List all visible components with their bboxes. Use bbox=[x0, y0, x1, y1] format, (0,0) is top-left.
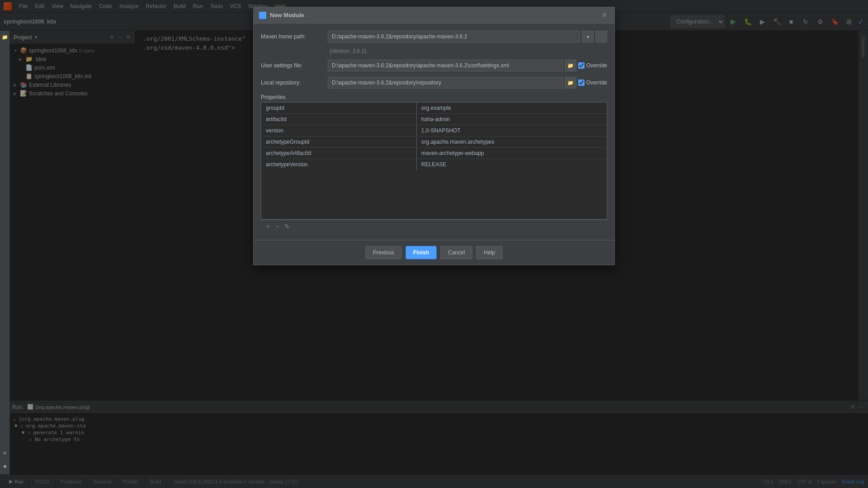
property-val-4: maven-archetype-webapp bbox=[417, 148, 607, 159]
prop-add-button[interactable]: + bbox=[264, 222, 272, 231]
property-val-5: RELEASE bbox=[417, 159, 607, 170]
property-val-0: org.example bbox=[417, 103, 607, 113]
maven-home-label: Maven home path: bbox=[261, 33, 324, 40]
local-repo-override-checkbox[interactable] bbox=[578, 80, 585, 86]
cancel-button[interactable]: Cancel bbox=[440, 246, 472, 259]
properties-table: groupId org.example artifactId haha-admi… bbox=[261, 102, 607, 220]
property-key-2: version bbox=[261, 125, 417, 136]
version-text: (Version: 3.6.2) bbox=[330, 48, 366, 54]
properties-label: Properties bbox=[261, 94, 607, 100]
maven-home-browse-button[interactable]: … bbox=[595, 31, 607, 42]
property-row-2[interactable]: version 1.0-SNAPSHOT bbox=[261, 125, 607, 136]
help-button[interactable]: Help bbox=[476, 246, 503, 259]
dialog-footer: Previous Finish Cancel Help bbox=[254, 240, 614, 265]
user-settings-override-container: Override bbox=[578, 62, 607, 69]
local-repo-browse-button[interactable]: 📁 bbox=[565, 77, 576, 89]
property-row-1[interactable]: artifactId haha-admin bbox=[261, 114, 607, 125]
prop-remove-button[interactable]: − bbox=[274, 222, 281, 231]
prop-edit-button[interactable]: ✎ bbox=[283, 222, 292, 231]
structure-tab-icon[interactable]: ≡ bbox=[0, 448, 9, 457]
dialog-overlay: New Module ✕ Maven home path: ▾ … (Versi… bbox=[0, 0, 868, 488]
new-module-dialog: New Module ✕ Maven home path: ▾ … (Versi… bbox=[253, 7, 615, 265]
properties-toolbar: + − ✎ bbox=[261, 220, 607, 233]
maven-home-dropdown-button[interactable]: ▾ bbox=[582, 31, 594, 42]
dialog-title-icon bbox=[259, 12, 266, 19]
finish-button[interactable]: Finish bbox=[406, 246, 437, 259]
maven-home-input[interactable] bbox=[328, 31, 580, 42]
property-val-1: haha-admin bbox=[417, 114, 607, 125]
property-row-4[interactable]: archetypeArtifactId maven-archetype-weba… bbox=[261, 148, 607, 159]
property-val-3: org.apache.maven.archetypes bbox=[417, 136, 607, 147]
dialog-header: New Module ✕ bbox=[254, 7, 614, 23]
user-settings-browse-button[interactable]: 📁 bbox=[565, 60, 576, 71]
version-row: (Version: 3.6.2) bbox=[261, 48, 607, 54]
favorites-tab-icon[interactable]: ★ bbox=[0, 462, 9, 471]
property-row-3[interactable]: archetypeGroupId org.apache.maven.archet… bbox=[261, 136, 607, 148]
property-key-1: artifactId bbox=[261, 114, 417, 125]
user-settings-input-container: 📁 Override bbox=[328, 60, 607, 71]
local-repo-override-label: Override bbox=[586, 80, 607, 86]
property-val-2: 1.0-SNAPSHOT bbox=[417, 125, 607, 136]
user-settings-override-checkbox[interactable] bbox=[578, 62, 585, 69]
local-repo-input[interactable] bbox=[328, 77, 563, 89]
user-settings-override-label: Override bbox=[586, 62, 607, 69]
dialog-close-button[interactable]: ✕ bbox=[599, 9, 609, 21]
local-repo-row: Local repository: 📁 Override bbox=[261, 77, 607, 89]
dialog-body: Maven home path: ▾ … (Version: 3.6.2) Us… bbox=[254, 23, 614, 240]
previous-button[interactable]: Previous bbox=[365, 246, 402, 259]
property-key-0: groupId bbox=[261, 103, 417, 113]
local-repo-override-container: Override bbox=[578, 80, 607, 86]
property-key-4: archetypeArtifactId bbox=[261, 148, 417, 159]
maven-home-row: Maven home path: ▾ … bbox=[261, 31, 607, 42]
user-settings-row: User settings file: 📁 Override bbox=[261, 60, 607, 71]
property-row-5[interactable]: archetypeVersion RELEASE bbox=[261, 159, 607, 170]
properties-section: Properties groupId org.example artifactI… bbox=[261, 94, 607, 233]
user-settings-input[interactable] bbox=[328, 60, 563, 71]
local-repo-label: Local repository: bbox=[261, 80, 324, 86]
dialog-title: New Module bbox=[270, 12, 599, 19]
maven-home-input-container: ▾ … bbox=[328, 31, 607, 42]
project-tab-icon[interactable]: 📁 bbox=[0, 33, 9, 42]
property-key-3: archetypeGroupId bbox=[261, 136, 417, 147]
user-settings-label: User settings file: bbox=[261, 62, 324, 69]
property-row-0[interactable]: groupId org.example bbox=[261, 103, 607, 114]
local-repo-input-container: 📁 Override bbox=[328, 77, 607, 89]
left-sidebar-tabs: 📁 ≡ ★ bbox=[0, 31, 10, 474]
property-key-5: archetypeVersion bbox=[261, 159, 417, 170]
